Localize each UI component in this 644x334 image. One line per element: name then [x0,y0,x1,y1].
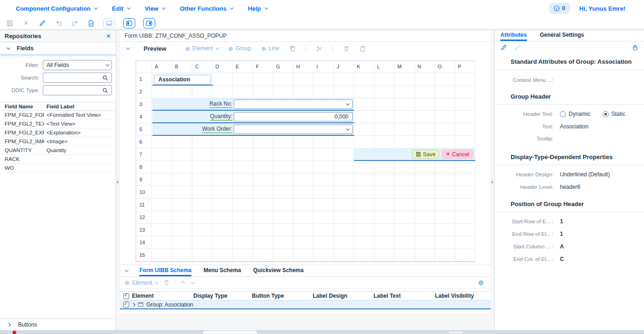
grid-cell[interactable] [192,136,213,148]
grid-cell[interactable] [375,123,395,136]
toggle-right-panel-button[interactable] [143,18,155,28]
grid-row-number[interactable]: 14 [136,236,152,249]
search-input[interactable] [46,74,102,81]
grid-cell[interactable] [415,186,435,199]
grid-cell[interactable] [375,86,395,98]
grid-cell[interactable] [354,186,375,199]
grid-cell[interactable] [314,86,334,98]
grid-cell[interactable] [415,211,435,224]
grid-cell[interactable] [294,86,314,98]
grid-cell[interactable] [233,236,253,249]
menu-view[interactable]: View [145,5,164,12]
field-row[interactable]: WO [0,164,116,173]
copy-icon[interactable] [289,46,296,52]
field-value[interactable]: header6 [560,184,580,190]
grid-row-number[interactable]: 11 [136,199,152,211]
radio-static[interactable]: Static [603,111,625,117]
field-value[interactable]: Underlined (Default) [560,171,610,178]
form-field-row[interactable]: Work Order: [152,123,354,136]
transport-icon[interactable] [87,19,95,27]
grid-cell[interactable] [314,224,334,236]
grid-cell[interactable] [233,161,253,174]
grid-cell[interactable] [192,224,213,236]
grid-cell[interactable] [253,148,274,161]
grid-cell[interactable] [394,211,415,224]
grid-cell[interactable] [213,73,233,86]
grid-col-header[interactable]: A [152,61,172,73]
grid-cell[interactable] [394,161,415,174]
grid-cell[interactable] [172,211,193,224]
grid-cell[interactable] [415,174,435,186]
grid-col-header[interactable]: G [273,61,294,73]
grid-cell[interactable] [354,136,375,148]
grid-cell[interactable] [192,199,213,211]
grid-cell[interactable] [435,211,455,224]
right-splitter[interactable]: › [491,30,494,330]
grid-cell[interactable] [233,73,253,86]
paste-icon[interactable] [360,46,366,52]
grid-cell[interactable] [213,174,233,186]
grid-cell[interactable] [375,199,395,211]
grid-cell[interactable] [253,236,274,249]
collapse-right-icon[interactable]: › [491,178,493,185]
grid-cell[interactable] [172,136,193,148]
grid-cell[interactable] [152,236,172,249]
search-icon[interactable] [102,75,108,81]
grid-cell[interactable] [152,186,172,199]
tab-general-settings[interactable]: General Settings [540,30,584,41]
grid-cell[interactable] [233,249,253,261]
rack-no-dropdown[interactable] [234,100,353,109]
grid-cell[interactable] [435,73,455,86]
grid-col-header[interactable]: O [435,61,455,73]
settings-gear-icon[interactable] [478,280,484,286]
grid-cell[interactable] [294,249,314,261]
grid-cell[interactable] [375,174,395,186]
grid-cell[interactable] [415,236,435,249]
grid-cell[interactable] [455,211,476,224]
grid-cell[interactable] [172,224,193,236]
grid-cell[interactable] [192,86,213,98]
grid-cell[interactable] [435,199,455,211]
expand-arrow-icon[interactable] [131,302,135,306]
grid-cell[interactable] [455,174,476,186]
grid-cell[interactable] [455,161,476,174]
grid-cell[interactable] [294,148,314,161]
select-all-checkbox[interactable] [123,293,129,299]
grid-cell[interactable] [394,98,415,111]
grid-row-number[interactable]: 13 [136,224,152,236]
grid-cell[interactable] [354,199,375,211]
grid-cell[interactable] [334,136,355,148]
grid-cell[interactable] [415,136,435,148]
grid-row-number[interactable]: 10 [136,186,152,199]
grid-col-header[interactable]: E [233,61,253,73]
grid-cell[interactable] [435,161,455,174]
add-group-button[interactable]: ⊕Group [228,45,251,52]
grid-cell[interactable] [354,249,375,261]
grid-cell[interactable] [455,86,476,98]
grid-cell[interactable] [294,224,314,236]
grid-cell[interactable] [394,123,415,136]
grid-cell[interactable] [394,136,415,148]
schema-table-row[interactable]: Group: Association [120,301,491,309]
grid-cell[interactable] [455,199,476,211]
field-value[interactable]: A [560,243,564,250]
grid-cell[interactable] [213,249,233,261]
grid-cell[interactable] [435,136,455,148]
grid-cell[interactable] [455,98,476,111]
grid-cell[interactable] [375,98,395,111]
grid-cell[interactable] [233,186,253,199]
close-icon[interactable]: ✕ [22,19,30,27]
grid-cell[interactable] [394,73,415,86]
grid-cell[interactable] [273,224,294,236]
grid-cell[interactable] [233,211,253,224]
grid-cell[interactable] [334,186,355,199]
grid-cell[interactable] [213,211,233,224]
delete-icon[interactable] [164,280,170,286]
grid-cell[interactable] [294,211,314,224]
grid-cell[interactable] [415,249,435,261]
menu-other-functions[interactable]: Other Functions [180,5,232,12]
grid-cell[interactable] [334,199,355,211]
cancel-button[interactable]: ✕ Cancel [442,150,473,159]
grid-cell[interactable] [233,136,253,148]
grid-col-header[interactable]: M [394,61,415,73]
